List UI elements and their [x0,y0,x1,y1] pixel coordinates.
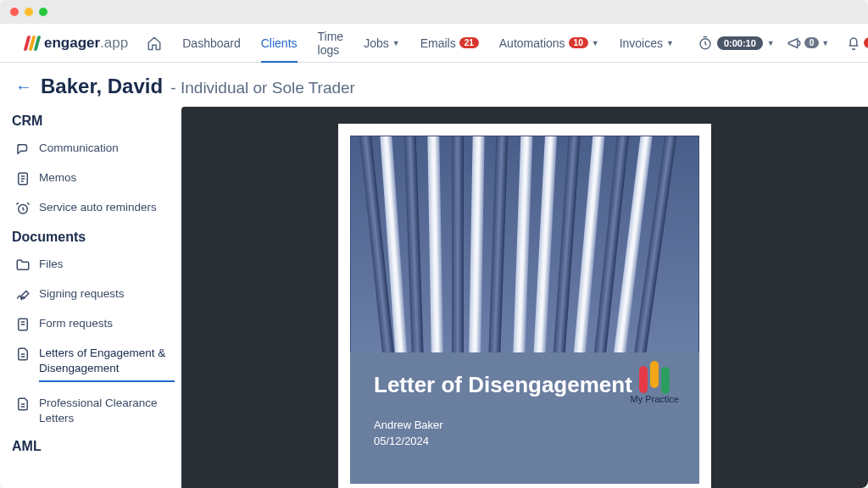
nav-clients[interactable]: Clients [251,24,308,62]
folder-icon [15,257,31,273]
document-meta: Andrew Baker 05/12/2024 [374,417,676,450]
nav-automations[interactable]: Automations10▼ [489,24,609,62]
announce-badge: 0 [804,37,820,48]
sidebar-item-files[interactable]: Files [12,250,181,280]
primary-nav: Dashboard Clients Time logs Jobs▼ Emails… [172,24,684,62]
nav-invoices[interactable]: Invoices▼ [609,24,684,62]
document-page: Letter of Disengagement Andrew Baker 05/… [338,124,711,488]
notifications-button[interactable]: 30 ▼ [841,36,868,51]
sidebar-heading-crm: CRM [12,107,181,134]
automations-badge: 10 [569,37,588,48]
memo-icon [15,170,31,186]
chevron-down-icon: ▼ [767,39,775,47]
signature-icon [15,286,31,302]
practice-logo: My Practice [631,364,679,404]
sidebar-item-clearance[interactable]: Professional Clearance Letters [12,389,181,432]
page-body: ← Baker, David - Individual or Sole Trad… [0,63,868,488]
chevron-down-icon: ▼ [666,39,674,47]
page-header: ← Baker, David - Individual or Sole Trad… [0,63,868,107]
window-titlebar [0,0,868,24]
sidebar-heading-aml: AML [12,432,181,459]
clock-icon [698,36,713,51]
maximize-window-icon[interactable] [39,8,47,16]
nav-emails[interactable]: Emails21 [410,24,489,62]
back-arrow-icon[interactable]: ← [15,77,32,97]
page-title: Baker, David - Individual or Sole Trader [41,75,355,98]
chevron-down-icon: ▼ [592,39,599,47]
chevron-down-icon: ▼ [821,39,829,47]
document-date: 05/12/2024 [374,433,676,450]
nav-timelogs[interactable]: Time logs [308,24,354,62]
sidebar-item-communication[interactable]: Communication [12,134,181,164]
document-title-block: Letter of Disengagement Andrew Baker 05/… [350,352,699,484]
announcements-button[interactable]: 0 ▼ [782,36,834,51]
sidebar-item-memos[interactable]: Memos [12,164,181,193]
timer-value: 0:00:10 [717,36,763,50]
sidebar-heading-documents: Documents [12,223,181,250]
practice-logo-icon [631,364,679,391]
sidebar-item-reminders[interactable]: Service auto reminders [12,193,181,223]
document-icon [15,346,31,362]
timer-widget[interactable]: 0:00:10 ▼ [698,36,775,51]
sidebar-item-forms[interactable]: Form requests [12,309,181,339]
brand-name: engager.app [44,35,128,52]
practice-name: My Practice [631,394,679,404]
home-icon[interactable] [147,36,162,51]
chevron-down-icon: ▼ [392,39,400,47]
bell-badge: 30 [864,37,868,48]
document-icon [15,396,31,412]
form-icon [15,316,31,332]
megaphone-icon [787,36,802,51]
minimize-window-icon[interactable] [25,8,33,16]
alarm-icon [15,200,31,216]
document-hero-image [350,136,699,356]
document-person: Andrew Baker [374,417,676,434]
logo-icon [24,36,42,51]
sidebar-item-signing[interactable]: Signing requests [12,280,181,309]
sidebar-item-letters-engagement[interactable]: Letters of Engagement & Disengagement [12,339,181,389]
close-window-icon[interactable] [10,8,19,16]
chat-icon [15,141,31,157]
top-nav: engager.app Dashboard Clients Time logs … [0,24,868,63]
emails-badge: 21 [459,37,479,48]
document-viewer: Letter of Disengagement Andrew Baker 05/… [181,107,868,488]
nav-dashboard[interactable]: Dashboard [172,24,251,62]
brand-logo[interactable]: engager.app [25,35,128,52]
left-sidebar: CRM Communication Memos Service auto rem… [0,107,181,488]
bell-icon [846,36,861,51]
nav-jobs[interactable]: Jobs▼ [353,24,410,62]
